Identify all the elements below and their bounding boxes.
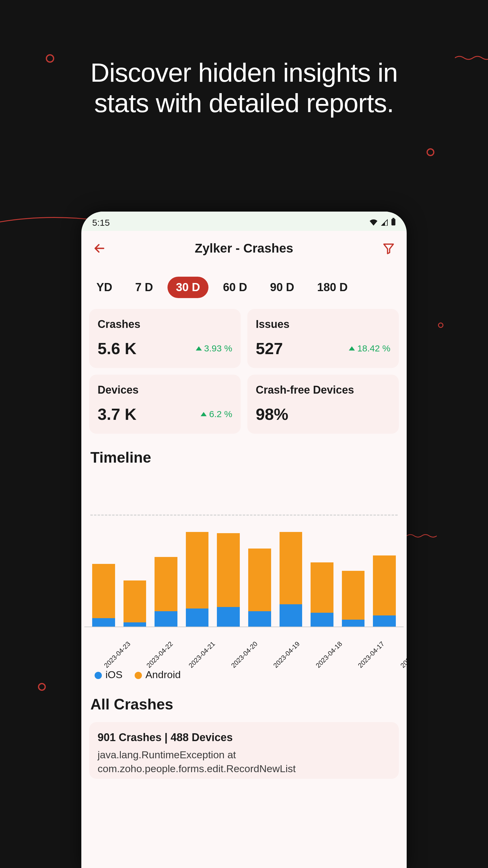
bar-segment-ios bbox=[155, 611, 177, 627]
range-chip-30d[interactable]: 30 D bbox=[167, 277, 208, 298]
bar-column[interactable] bbox=[311, 516, 333, 627]
bar-segment-ios bbox=[248, 611, 271, 627]
legend-dot-ios-icon bbox=[95, 672, 102, 679]
bar-column[interactable] bbox=[124, 516, 147, 627]
date-range-selector: YD7 D30 D60 D90 D180 D bbox=[82, 265, 407, 309]
decor-ring bbox=[427, 148, 434, 156]
bar-segment-android bbox=[186, 532, 209, 609]
status-bar: 5:15 bbox=[82, 212, 407, 231]
decor-ring bbox=[438, 322, 444, 328]
stat-value: 5.6 K bbox=[98, 339, 136, 358]
stat-value: 527 bbox=[256, 339, 283, 358]
back-button[interactable] bbox=[92, 241, 107, 255]
stat-delta: 6.2 % bbox=[201, 409, 232, 419]
bar-segment-android bbox=[92, 564, 115, 618]
status-icons bbox=[369, 218, 396, 228]
bar-column[interactable] bbox=[155, 516, 177, 627]
trend-up-icon bbox=[201, 412, 207, 416]
bar-segment-android bbox=[124, 581, 147, 622]
decor-ring bbox=[38, 683, 46, 691]
all-crashes-heading: All Crashes bbox=[82, 681, 407, 722]
decor-squiggle bbox=[407, 533, 437, 539]
app-bar: Zylker - Crashes bbox=[82, 231, 407, 265]
stat-cards-grid: Crashes 5.6 K 3.93 % Issues 527 18.42 % … bbox=[82, 309, 407, 434]
promo-headline-line2: stats with detailed reports. bbox=[0, 88, 488, 118]
bar-segment-ios bbox=[92, 618, 115, 627]
bar-column[interactable] bbox=[92, 516, 115, 627]
wifi-icon bbox=[369, 218, 378, 228]
stat-card-issues[interactable]: Issues 527 18.42 % bbox=[247, 309, 399, 368]
promo-headline-line1: Discover hidden insights in bbox=[0, 57, 488, 88]
bar-column[interactable] bbox=[248, 516, 271, 627]
promo-headline: Discover hidden insights in stats with d… bbox=[0, 57, 488, 118]
range-chip-180d[interactable]: 180 D bbox=[309, 277, 356, 298]
bar-column[interactable] bbox=[186, 516, 209, 627]
bar-segment-android bbox=[248, 549, 271, 611]
bar-segment-ios bbox=[311, 613, 333, 627]
stat-label: Crash-free Devices bbox=[256, 384, 390, 396]
bar-segment-ios bbox=[280, 604, 302, 627]
bar-segment-ios bbox=[373, 615, 396, 627]
timeline-heading: Timeline bbox=[82, 434, 407, 475]
bar-segment-android bbox=[373, 555, 396, 615]
bar-segment-android bbox=[342, 571, 365, 620]
signal-icon bbox=[381, 218, 388, 228]
range-chip-60d[interactable]: 60 D bbox=[215, 277, 255, 298]
bar-segment-ios bbox=[186, 609, 209, 627]
stat-label: Issues bbox=[256, 318, 390, 331]
stat-label: Crashes bbox=[98, 318, 232, 331]
stat-card-crash-free[interactable]: Crash-free Devices 98% bbox=[247, 375, 399, 434]
svg-rect-0 bbox=[392, 219, 395, 225]
stat-card-crashes[interactable]: Crashes 5.6 K 3.93 % bbox=[89, 309, 241, 368]
trend-up-icon bbox=[349, 346, 355, 350]
stat-value: 3.7 K bbox=[98, 405, 136, 424]
crash-item-detail: java.lang.RuntimeException at com.zoho.p… bbox=[98, 748, 390, 776]
bar-column[interactable] bbox=[217, 516, 240, 627]
bar-segment-android bbox=[155, 557, 177, 611]
range-chip-yd[interactable]: YD bbox=[88, 277, 121, 298]
status-time: 5:15 bbox=[92, 218, 110, 228]
crash-list-item[interactable]: 901 Crashes | 488 Devices java.lang.Runt… bbox=[89, 722, 399, 779]
stat-delta: 3.93 % bbox=[196, 343, 232, 353]
phone-frame: 5:15 Zylker - Crashes YD7 D30 D60 D90 D1… bbox=[82, 212, 407, 868]
trend-up-icon bbox=[196, 346, 202, 350]
chart-x-labels: 2023-04-232023-04-222023-04-212023-04-20… bbox=[84, 627, 404, 663]
stat-label: Devices bbox=[98, 384, 232, 396]
bar-column[interactable] bbox=[373, 516, 396, 627]
range-chip-90d[interactable]: 90 D bbox=[262, 277, 303, 298]
bar-segment-ios bbox=[217, 607, 240, 627]
bar-column[interactable] bbox=[342, 516, 365, 627]
stat-value: 98% bbox=[256, 405, 288, 424]
stat-card-devices[interactable]: Devices 3.7 K 6.2 % bbox=[89, 375, 241, 434]
page-title: Zylker - Crashes bbox=[195, 241, 293, 255]
stat-delta: 18.42 % bbox=[349, 343, 390, 353]
crash-item-headline: 901 Crashes | 488 Devices bbox=[98, 731, 390, 744]
timeline-chart[interactable]: 2023-04-232023-04-222023-04-212023-04-20… bbox=[82, 515, 407, 681]
bar-segment-ios bbox=[124, 622, 147, 627]
bar-segment-android bbox=[217, 533, 240, 607]
bar-column[interactable] bbox=[280, 516, 302, 627]
chart-bars bbox=[84, 516, 404, 627]
bar-segment-android bbox=[280, 532, 302, 604]
filter-button[interactable] bbox=[381, 241, 396, 255]
bar-segment-android bbox=[311, 562, 333, 613]
svg-rect-1 bbox=[392, 218, 395, 219]
bar-segment-ios bbox=[342, 620, 365, 627]
range-chip-7d[interactable]: 7 D bbox=[127, 277, 161, 298]
battery-icon bbox=[391, 218, 396, 228]
